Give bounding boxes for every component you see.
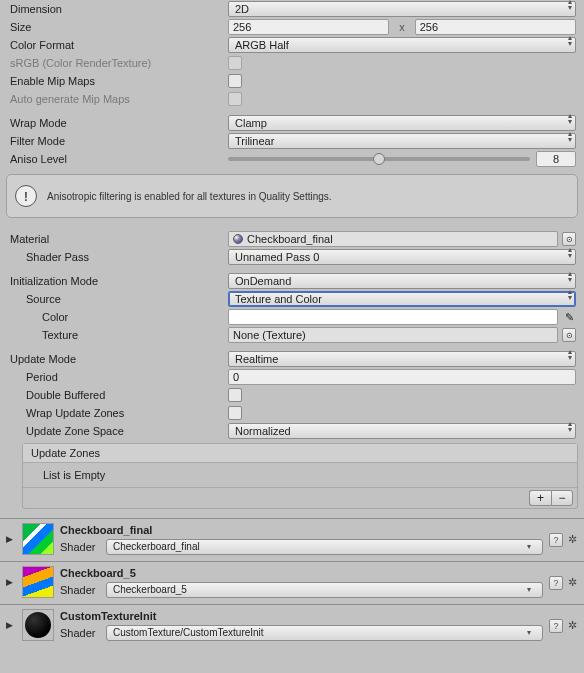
zonespace-dropdown[interactable]: Normalized (228, 423, 576, 439)
inittexture-field[interactable]: None (Texture) (228, 327, 558, 343)
updatezones-empty: List is Empty (23, 463, 577, 487)
help-icon[interactable]: ? (549, 533, 563, 547)
inittexture-value: None (Texture) (233, 329, 306, 341)
doublebuffered-label: Double Buffered (8, 389, 228, 401)
srgb-checkbox (228, 56, 242, 70)
shader-label: Shader (60, 584, 100, 596)
material-section: ▶ Checkboard_final Shader Checkerboard_f… (0, 518, 584, 561)
eyedropper-icon[interactable]: ✎ (562, 310, 576, 324)
dimension-label: Dimension (8, 3, 228, 15)
shader-dropdown[interactable]: Checkerboard_5 (106, 582, 543, 598)
foldout-icon[interactable]: ▶ (6, 620, 16, 630)
mipmaps-label: Enable Mip Maps (8, 75, 228, 87)
size-width-input[interactable]: 256 (228, 19, 389, 35)
wrapzones-label: Wrap Update Zones (8, 407, 228, 419)
initmode-dropdown[interactable]: OnDemand (228, 273, 576, 289)
gear-icon[interactable]: ✲ (566, 619, 578, 631)
zonespace-label: Update Zone Space (8, 425, 228, 437)
material-section: ▶ CustomTextureInit Shader CustomTexture… (0, 604, 584, 647)
material-field[interactable]: Checkboard_final (228, 231, 558, 247)
zones-add-button[interactable]: + (529, 490, 551, 506)
anisolevel-value[interactable]: 8 (536, 151, 576, 167)
shader-dropdown[interactable]: Checkerboard_final (106, 539, 543, 555)
period-input[interactable]: 0 (228, 369, 576, 385)
anisolevel-label: Aniso Level (8, 153, 228, 165)
size-x-label: x (393, 21, 411, 33)
filtermode-dropdown[interactable]: Trilinear (228, 133, 576, 149)
foldout-icon[interactable]: ▶ (6, 534, 16, 544)
inittexture-picker-button[interactable]: ⊙ (562, 328, 576, 342)
help-icon[interactable]: ? (549, 619, 563, 633)
material-name: Checkboard_5 (60, 567, 543, 579)
wrapmode-label: Wrap Mode (8, 117, 228, 129)
dimension-dropdown[interactable]: 2D (228, 1, 576, 17)
colorformat-label: Color Format (8, 39, 228, 51)
gear-icon[interactable]: ✲ (566, 576, 578, 588)
info-text: Anisotropic filtering is enabled for all… (47, 191, 332, 202)
material-icon (233, 234, 243, 244)
initmode-label: Initialization Mode (8, 275, 228, 287)
initcolor-field[interactable] (228, 309, 558, 325)
shaderpass-label: Shader Pass (8, 251, 228, 263)
material-name: CustomTextureInit (60, 610, 543, 622)
help-icon[interactable]: ? (549, 576, 563, 590)
shaderpass-dropdown[interactable]: Unnamed Pass 0 (228, 249, 576, 265)
material-preview (22, 609, 54, 641)
initcolor-label: Color (8, 311, 228, 323)
material-value: Checkboard_final (247, 233, 333, 245)
anisolevel-slider[interactable] (228, 157, 530, 161)
shader-label: Shader (60, 627, 100, 639)
shader-dropdown[interactable]: CustomTexture/CustomTextureInit (106, 625, 543, 641)
updatemode-dropdown[interactable]: Realtime (228, 351, 576, 367)
updatezones-list: Update Zones List is Empty + − (22, 443, 578, 509)
zones-remove-button[interactable]: − (551, 490, 573, 506)
wrapzones-checkbox[interactable] (228, 406, 242, 420)
gear-icon[interactable]: ✲ (566, 533, 578, 545)
material-name: Checkboard_final (60, 524, 543, 536)
slider-thumb[interactable] (373, 153, 385, 165)
automip-checkbox (228, 92, 242, 106)
doublebuffered-checkbox[interactable] (228, 388, 242, 402)
foldout-icon[interactable]: ▶ (6, 577, 16, 587)
automip-label: Auto generate Mip Maps (8, 93, 228, 105)
source-label[interactable]: Source (8, 293, 228, 305)
period-label: Period (8, 371, 228, 383)
colorformat-dropdown[interactable]: ARGB Half (228, 37, 576, 53)
srgb-label: sRGB (Color RenderTexture) (8, 57, 228, 69)
size-label: Size (8, 21, 228, 33)
material-picker-button[interactable]: ⊙ (562, 232, 576, 246)
material-preview (22, 523, 54, 555)
material-label: Material (8, 233, 228, 245)
mipmaps-checkbox[interactable] (228, 74, 242, 88)
updatezones-header: Update Zones (23, 444, 577, 463)
info-icon: ! (15, 185, 37, 207)
filtermode-label: Filter Mode (8, 135, 228, 147)
material-section: ▶ Checkboard_5 Shader Checkerboard_5 ? ✲ (0, 561, 584, 604)
info-box: ! Anisotropic filtering is enabled for a… (6, 174, 578, 218)
updatemode-label: Update Mode (8, 353, 228, 365)
inittexture-label: Texture (8, 329, 228, 341)
source-dropdown[interactable]: Texture and Color (228, 291, 576, 307)
shader-label: Shader (60, 541, 100, 553)
material-preview (22, 566, 54, 598)
wrapmode-dropdown[interactable]: Clamp (228, 115, 576, 131)
size-height-input[interactable]: 256 (415, 19, 576, 35)
